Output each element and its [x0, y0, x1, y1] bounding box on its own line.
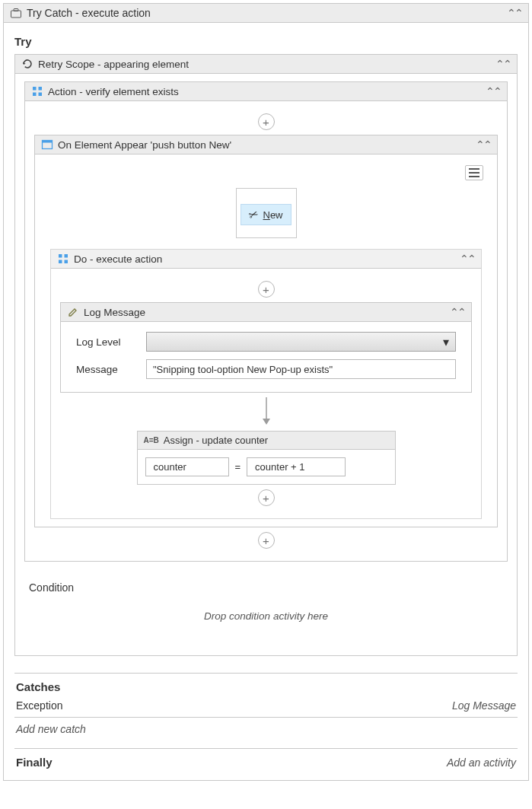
log-level-select[interactable]: ▾: [146, 332, 456, 352]
scissors-icon: ✂: [247, 206, 261, 222]
svg-rect-7: [43, 141, 53, 143]
svg-rect-1: [14, 9, 18, 11]
log-message-title: Log Message: [84, 307, 145, 318]
retry-scope-activity[interactable]: Retry Scope - appearing element Action -…: [14, 54, 518, 656]
selector-preview[interactable]: ✂ New: [236, 188, 297, 238]
retry-icon: [21, 58, 33, 70]
on-element-appear-body: ✂ New: [35, 154, 497, 527]
add-new-catch[interactable]: Add new catch: [16, 723, 86, 735]
do-activity[interactable]: Do - execute action +: [50, 249, 482, 519]
svg-rect-4: [33, 93, 37, 97]
log-level-label: Log Level: [76, 336, 137, 348]
add-activity-button[interactable]: +: [258, 532, 275, 549]
snip-new-button: ✂ New: [241, 204, 291, 225]
on-element-appear-title: On Element Appear 'push button New': [58, 139, 231, 151]
collapse-icon[interactable]: [450, 306, 465, 318]
assign-title: Assign - update counter: [164, 435, 268, 446]
try-catch-header[interactable]: Try Catch - execute action: [4, 4, 528, 23]
svg-marker-13: [263, 419, 270, 425]
on-element-appear-header[interactable]: On Element Appear 'push button New': [35, 135, 497, 154]
options-menu-button[interactable]: [465, 165, 483, 180]
condition-label: Condition: [29, 581, 508, 594]
do-header[interactable]: Do - execute action: [51, 250, 481, 269]
flow-arrow: [60, 397, 472, 426]
try-catch-title: Try Catch - execute action: [27, 7, 151, 19]
separator: [14, 673, 518, 674]
sequence-icon: [31, 85, 43, 97]
assign-body: counter = counter + 1: [138, 450, 395, 484]
add-activity-button[interactable]: +: [258, 281, 275, 298]
catches-label: Catches: [16, 680, 60, 693]
condition-dropzone[interactable]: Drop condition activity here: [24, 610, 508, 622]
do-body: + Log Message: [51, 269, 481, 518]
preview-label-first-letter: N: [263, 209, 269, 221]
exception-handler: Log Message: [452, 699, 516, 712]
equals-label: =: [235, 461, 241, 473]
add-activity-button[interactable]: +: [258, 113, 275, 130]
svg-rect-5: [39, 93, 43, 97]
collapse-icon[interactable]: [486, 85, 501, 97]
edit-icon: [67, 306, 79, 318]
finally-row[interactable]: Finally Add an activity: [14, 752, 518, 772]
retry-scope-title: Retry Scope - appearing element: [38, 59, 189, 70]
svg-rect-0: [11, 11, 21, 18]
preview-label-rest: ew: [270, 209, 283, 221]
svg-rect-9: [65, 254, 68, 258]
action-header[interactable]: Action - verify element exists: [25, 82, 507, 101]
log-message-header[interactable]: Log Message: [61, 303, 471, 322]
action-activity[interactable]: Action - verify element exists +: [24, 81, 508, 562]
svg-rect-10: [59, 260, 62, 264]
retry-scope-header[interactable]: Retry Scope - appearing element: [15, 55, 517, 74]
message-value: "Snipping tool-option New Pop-up exists": [153, 364, 333, 375]
window-icon: [41, 139, 53, 151]
try-label: Try: [14, 35, 518, 48]
separator: [14, 717, 518, 718]
svg-rect-8: [59, 254, 62, 258]
action-body: + On Element Appear 'push button New': [25, 101, 507, 561]
caret-down-icon: ▾: [443, 335, 449, 349]
svg-rect-11: [65, 260, 68, 264]
on-element-appear-activity[interactable]: On Element Appear 'push button New': [34, 135, 498, 527]
catch-row[interactable]: Exception Log Message: [14, 697, 518, 714]
add-activity-button[interactable]: +: [258, 489, 275, 506]
log-message-body: Log Level ▾ Message: [61, 322, 471, 392]
svg-rect-3: [39, 87, 43, 91]
try-catch-activity: Try Catch - execute action Try Retry Sco…: [3, 3, 529, 781]
collapse-icon[interactable]: [495, 58, 511, 70]
assign-value-input[interactable]: counter + 1: [247, 457, 346, 476]
collapse-icon[interactable]: [476, 139, 491, 151]
assign-icon: A=B: [144, 436, 159, 444]
message-label: Message: [76, 364, 137, 375]
collapse-icon[interactable]: [460, 253, 475, 265]
message-input[interactable]: "Snipping tool-option New Pop-up exists": [146, 359, 456, 379]
assign-to-input[interactable]: counter: [145, 457, 229, 476]
finally-label: Finally: [16, 756, 53, 769]
retry-scope-body: Action - verify element exists +: [15, 74, 517, 655]
do-title: Do - execute action: [74, 253, 162, 265]
collapse-icon[interactable]: [507, 7, 522, 19]
svg-rect-2: [33, 87, 37, 91]
briefcase-icon: [10, 7, 22, 19]
log-message-activity[interactable]: Log Message Log Level: [60, 302, 472, 393]
exception-type: Exception: [16, 699, 62, 712]
assign-activity[interactable]: A=B Assign - update counter counter: [137, 431, 396, 485]
add-activity-link[interactable]: Add an activity: [447, 756, 516, 769]
separator: [14, 748, 518, 749]
try-catch-body: Try Retry Scope - appearing element: [4, 23, 528, 780]
assign-header[interactable]: A=B Assign - update counter: [138, 432, 395, 450]
sequence-icon: [57, 253, 69, 265]
action-title: Action - verify element exists: [48, 86, 179, 97]
